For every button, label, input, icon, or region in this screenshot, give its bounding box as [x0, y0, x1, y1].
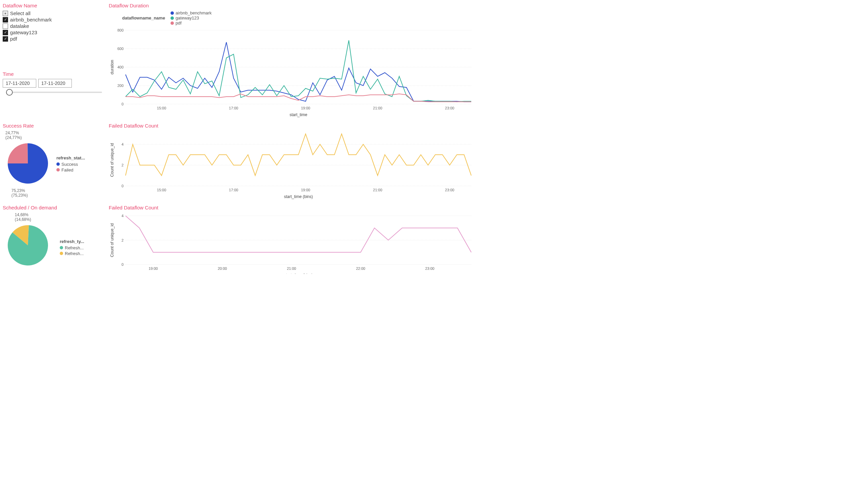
svg-text:15:00: 15:00	[157, 106, 166, 110]
failed2-title: Failed Dataflow Count	[109, 205, 865, 210]
slider-thumb-icon[interactable]	[6, 89, 13, 96]
duration-chart-panel: Dataflow Duration dataflowname_name airb…	[109, 3, 865, 119]
svg-text:800: 800	[118, 28, 124, 32]
svg-text:15:00: 15:00	[157, 188, 166, 192]
failed2-panel: Failed Dataflow Count 02419:0020:0021:00…	[109, 205, 865, 274]
svg-text:22:00: 22:00	[356, 267, 366, 271]
duration-title: Dataflow Duration	[109, 3, 865, 8]
svg-text:21:00: 21:00	[287, 267, 297, 271]
svg-text:start_time: start_time	[290, 113, 307, 117]
time-to-input[interactable]	[38, 79, 72, 88]
svg-text:4: 4	[122, 214, 124, 218]
legend-item[interactable]: Failed	[56, 167, 85, 173]
time-from-input[interactable]	[3, 79, 36, 88]
checkbox-icon	[3, 17, 8, 23]
legend-item[interactable]: Success	[56, 162, 85, 167]
dot-icon	[170, 11, 174, 15]
svg-text:17:00: 17:00	[229, 106, 238, 110]
filter-label: gateway123	[10, 30, 37, 35]
pie1-label-success: 75,23%(75,23%)	[11, 188, 53, 198]
svg-text:200: 200	[118, 84, 124, 88]
checkbox-icon	[3, 11, 8, 16]
svg-text:0: 0	[122, 263, 124, 267]
swatch-icon	[56, 168, 60, 172]
time-slider[interactable]	[6, 92, 102, 93]
legend-item[interactable]: airbnb_benchmark	[170, 10, 212, 16]
dot-icon	[170, 22, 174, 25]
dot-icon	[170, 17, 174, 20]
filter-checkbox-pdf[interactable]: pdf	[3, 36, 103, 41]
svg-text:23:00: 23:00	[445, 188, 455, 192]
scheduled-pie[interactable]	[3, 222, 56, 272]
filter-checkbox-gateway123[interactable]: gateway123	[3, 30, 103, 35]
svg-text:4: 4	[122, 142, 124, 146]
legend-item[interactable]: pdf	[170, 21, 212, 26]
svg-text:19:00: 19:00	[149, 267, 158, 271]
svg-text:start_time (bins): start_time (bins)	[284, 273, 313, 274]
svg-text:20:00: 20:00	[218, 267, 227, 271]
checkbox-icon	[3, 24, 8, 29]
swatch-icon	[56, 162, 60, 166]
svg-text:2: 2	[122, 163, 124, 167]
svg-text:17:00: 17:00	[229, 188, 238, 192]
success-rate-title: Success Rate	[3, 123, 103, 128]
svg-text:0: 0	[122, 184, 124, 188]
legend-item[interactable]: Refresh...	[60, 251, 84, 256]
failed2-chart[interactable]: 02419:0020:0021:0022:0023:00Count of uni…	[109, 212, 475, 274]
svg-text:Count of unique_id: Count of unique_id	[110, 143, 115, 177]
failed1-panel: Failed Dataflow Count 02415:0017:0019:00…	[109, 123, 865, 201]
svg-text:start_time (bins): start_time (bins)	[284, 194, 313, 199]
svg-text:19:00: 19:00	[301, 188, 310, 192]
svg-text:2: 2	[122, 238, 124, 242]
scheduled-title: Scheduled / On demand	[3, 205, 103, 210]
svg-text:Count of unique_id: Count of unique_id	[110, 223, 115, 257]
scheduled-legend: refresh_ty... Refresh...Refresh...	[60, 239, 84, 257]
svg-text:21:00: 21:00	[373, 106, 382, 110]
svg-text:23:00: 23:00	[445, 106, 455, 110]
success-rate-panel: Success Rate 24,77%(24,77%) 75,23%(75,23…	[3, 123, 103, 201]
dashboard: Dataflow Name Select all airbnb_benchmar…	[3, 3, 865, 271]
legend-item[interactable]: gateway123	[170, 16, 212, 21]
time-filter: Time	[3, 71, 103, 119]
pie2-label-minor: 14,68%(14,68%)	[15, 212, 56, 222]
pie2-label-major: 85,32%(85,32%)	[3, 274, 54, 274]
dataflow-filter: Dataflow Name Select all airbnb_benchmar…	[3, 3, 103, 67]
success-rate-legend: refresh_stat... SuccessFailed	[56, 155, 85, 173]
select-all-checkbox[interactable]: Select all	[3, 10, 103, 16]
pie1-label-failed: 24,77%(24,77%)	[5, 130, 53, 140]
failed1-chart[interactable]: 02415:0017:0019:0021:0023:00Count of uni…	[109, 130, 475, 200]
duration-chart[interactable]: 020040060080015:0017:0019:0021:0023:00du…	[109, 27, 475, 118]
duration-legend: dataflowname_name airbnb_benchmarkgatewa…	[122, 10, 865, 26]
select-all-label: Select all	[10, 10, 31, 16]
failed1-title: Failed Dataflow Count	[109, 123, 865, 128]
svg-text:19:00: 19:00	[301, 106, 310, 110]
checkbox-icon	[3, 36, 8, 41]
svg-text:23:00: 23:00	[425, 267, 435, 271]
svg-text:0: 0	[122, 102, 124, 106]
success-rate-pie[interactable]	[3, 140, 53, 187]
svg-text:21:00: 21:00	[373, 188, 382, 192]
svg-text:400: 400	[118, 65, 124, 69]
checkbox-icon	[3, 30, 8, 35]
filter-checkbox-airbnb_benchmark[interactable]: airbnb_benchmark	[3, 17, 103, 23]
svg-text:600: 600	[118, 47, 124, 51]
svg-text:duration: duration	[110, 60, 115, 74]
swatch-icon	[60, 246, 63, 249]
dataflow-filter-title: Dataflow Name	[3, 3, 103, 8]
scheduled-panel: Scheduled / On demand 14,68%(14,68%) 85,…	[3, 205, 103, 274]
time-title: Time	[3, 71, 103, 77]
filter-label: pdf	[10, 36, 17, 41]
filter-label: airbnb_benchmark	[10, 17, 52, 23]
swatch-icon	[60, 252, 63, 255]
filter-label: datalake	[10, 23, 29, 29]
legend-item[interactable]: Refresh...	[60, 245, 84, 250]
filter-checkbox-datalake[interactable]: datalake	[3, 23, 103, 29]
